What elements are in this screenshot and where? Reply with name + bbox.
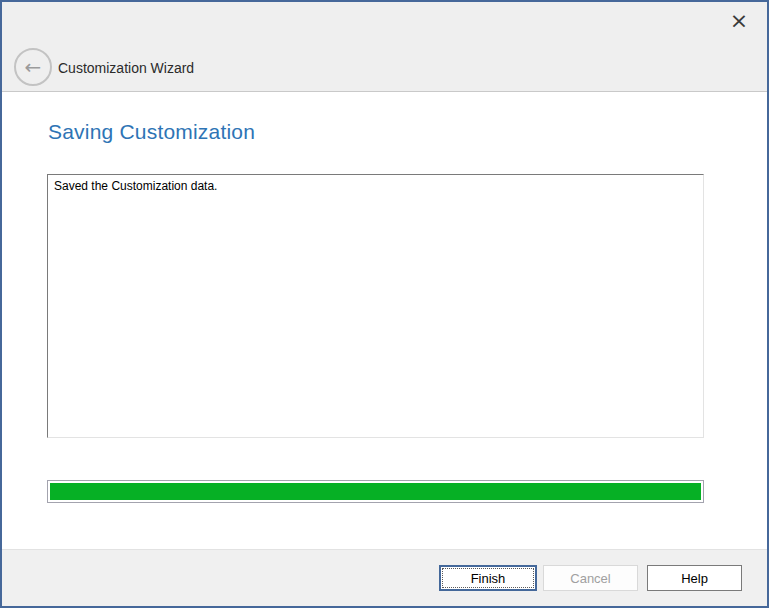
- footer-bar: Finish Cancel Help: [2, 549, 767, 606]
- wizard-window: × ← Customization Wizard Saving Customiz…: [0, 0, 769, 608]
- wizard-header: × ← Customization Wizard: [2, 2, 767, 92]
- status-log[interactable]: Saved the Customization data.: [47, 174, 704, 438]
- progress-bar-fill: [50, 483, 701, 500]
- wizard-title: Customization Wizard: [58, 60, 194, 76]
- close-icon: ×: [730, 10, 748, 32]
- progress-bar: [47, 480, 704, 503]
- log-line: Saved the Customization data.: [54, 179, 697, 194]
- cancel-button[interactable]: Cancel: [543, 565, 638, 591]
- help-button[interactable]: Help: [647, 565, 742, 591]
- back-arrow-icon: ←: [25, 57, 42, 77]
- page-heading: Saving Customization: [48, 120, 255, 144]
- back-button[interactable]: ←: [14, 48, 52, 86]
- close-button[interactable]: ×: [723, 6, 755, 36]
- finish-button[interactable]: Finish: [439, 565, 537, 591]
